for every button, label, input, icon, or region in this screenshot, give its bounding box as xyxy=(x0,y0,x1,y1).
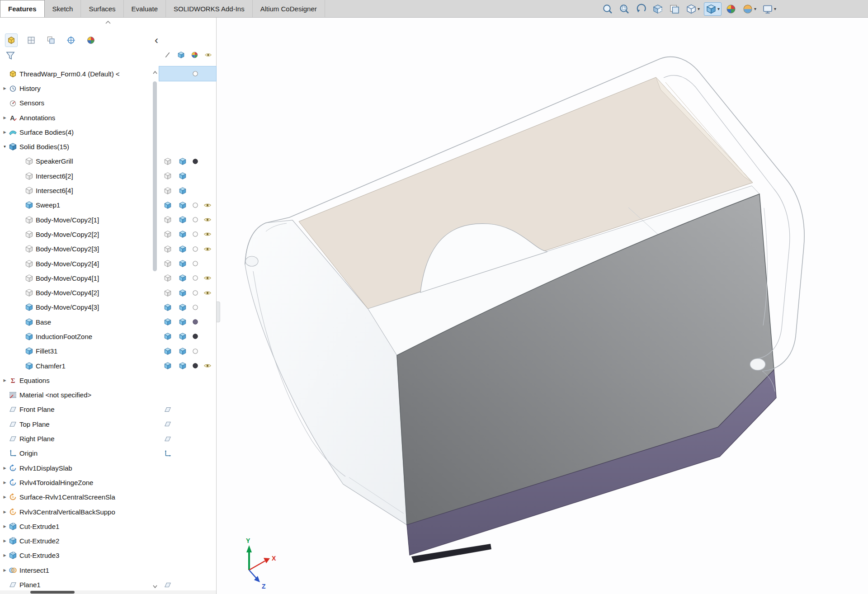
scroll-down-icon[interactable] xyxy=(152,584,158,589)
tree-item-body-move-copy4-1[interactable]: Body-Move/Copy4[1] xyxy=(0,271,151,285)
cube-blue-icon[interactable] xyxy=(164,332,172,340)
expand-arrow-icon[interactable]: ▶ xyxy=(1,553,9,557)
tree-item-body-move-copy2-4[interactable]: Body-Move/Copy2[4] xyxy=(0,256,151,271)
cube-blue-icon[interactable] xyxy=(179,259,187,268)
tree-item-rvlv1displayslab[interactable]: ▶Rvlv1DisplaySlab xyxy=(0,461,151,475)
panel-horizontal-scrollbar[interactable] xyxy=(0,590,216,594)
tree-item-body-move-copy2-2[interactable]: Body-Move/Copy2[2] xyxy=(0,227,151,241)
tree-item-sweep1[interactable]: Sweep1 xyxy=(0,198,151,212)
cube-blue-icon[interactable] xyxy=(164,318,172,326)
tree-item-body-move-copy4-3[interactable]: Body-Move/Copy4[3] xyxy=(0,300,151,315)
dot-white-icon[interactable] xyxy=(191,245,199,253)
tree-item-intersect1[interactable]: ▶Intersect1 xyxy=(0,563,151,577)
cube-blue-icon[interactable] xyxy=(164,201,172,209)
cube-blue-icon[interactable] xyxy=(179,362,187,370)
dropdown-caret-icon[interactable]: ▾ xyxy=(774,7,776,11)
cube-blue-icon[interactable] xyxy=(179,347,187,355)
dot-white-icon[interactable] xyxy=(191,347,199,355)
tree-item-history[interactable]: ▶History xyxy=(0,81,151,95)
dot-dark-icon[interactable] xyxy=(191,157,199,165)
dot-dark-icon[interactable] xyxy=(191,332,199,340)
view-settings-button[interactable]: ▾ xyxy=(761,3,778,15)
dot-white-icon[interactable] xyxy=(191,289,199,297)
apply-scene-button[interactable]: ▾ xyxy=(741,3,758,15)
cube-blue-icon[interactable] xyxy=(179,274,187,282)
expand-arrow-icon[interactable]: ▼ xyxy=(1,145,9,149)
cube-outline-icon[interactable] xyxy=(164,230,172,238)
tree-item-annotations[interactable]: ▶Annotations xyxy=(0,110,151,125)
ribbon-tab-surfaces[interactable]: Surfaces xyxy=(81,0,123,17)
eye-icon[interactable] xyxy=(203,230,212,238)
panel-edge-splitter[interactable] xyxy=(217,302,220,322)
tree-item-surface-rvlv1centralscreensla[interactable]: ▶Surface-Rvlv1CentralScreenSla xyxy=(0,490,151,504)
plane-icon[interactable] xyxy=(164,581,172,589)
tree-item-right-plane[interactable]: Right Plane xyxy=(0,431,151,446)
tree-item-cut-extrude2[interactable]: ▶Cut-Extrude2 xyxy=(0,534,151,548)
eye-icon[interactable] xyxy=(203,201,212,209)
dimxpertmanager-tab[interactable] xyxy=(65,34,77,47)
configurationmanager-tab[interactable] xyxy=(45,34,57,47)
cube-blue-icon[interactable] xyxy=(179,245,187,253)
tree-item-cut-extrude3[interactable]: ▶Cut-Extrude3 xyxy=(0,548,151,563)
cube-outline-icon[interactable] xyxy=(164,157,172,165)
eye-icon[interactable] xyxy=(203,289,212,297)
panel-splitter-icon[interactable] xyxy=(104,20,112,25)
cube-blue-icon[interactable] xyxy=(179,157,187,165)
eye-icon[interactable] xyxy=(203,216,212,224)
horizontal-scrollbar-thumb[interactable] xyxy=(30,591,75,594)
dropdown-caret-icon[interactable]: ▾ xyxy=(754,7,756,11)
dot-white-icon[interactable] xyxy=(191,274,199,282)
plane-icon[interactable] xyxy=(164,405,172,414)
ribbon-tab-altium-codesigner[interactable]: Altium CoDesigner xyxy=(253,0,325,17)
cube-outline-icon[interactable] xyxy=(164,274,172,282)
ribbon-tab-evaluate[interactable]: Evaluate xyxy=(124,0,166,17)
tree-item-material-not-specified[interactable]: Material <not specified> xyxy=(0,388,151,402)
tree-item-inductionfootzone[interactable]: InductionFootZone xyxy=(0,329,151,344)
zoom-to-area-button[interactable] xyxy=(618,3,631,15)
dropdown-caret-icon[interactable]: ▾ xyxy=(698,7,700,11)
cube-outline-icon[interactable] xyxy=(164,172,172,180)
dot-white-icon[interactable] xyxy=(191,303,199,311)
tree-item-fillet31[interactable]: Fillet31 xyxy=(0,344,151,358)
plane-icon[interactable] xyxy=(164,420,172,428)
dot-white-icon[interactable] xyxy=(191,230,199,238)
ribbon-tab-solidworks-add-ins[interactable]: SOLIDWORKS Add-Ins xyxy=(166,0,253,17)
plane-icon[interactable] xyxy=(164,435,172,443)
tree-item-front-plane[interactable]: Front Plane xyxy=(0,402,151,417)
expand-arrow-icon[interactable]: ▶ xyxy=(1,116,9,120)
dynamic-annotation-views-button[interactable] xyxy=(668,3,681,15)
dot-purple-icon[interactable] xyxy=(191,318,199,326)
scrollbar-thumb[interactable] xyxy=(153,81,157,271)
panel-collapse-button[interactable]: ‹ xyxy=(150,34,163,47)
tree-item-rvlv3centralverticalbacksuppo[interactable]: ▶Rvlv3CentralVerticalBackSuppo xyxy=(0,504,151,519)
featuremanager-design-tree-tab[interactable] xyxy=(5,34,17,47)
propertymanager-tab[interactable] xyxy=(25,34,37,47)
cube-blue-icon[interactable] xyxy=(164,347,172,355)
expand-arrow-icon[interactable]: ▶ xyxy=(1,130,9,134)
expand-arrow-icon[interactable]: ▶ xyxy=(1,466,9,470)
tree-item-cut-extrude1[interactable]: ▶Cut-Extrude1 xyxy=(0,519,151,533)
cube-blue-icon[interactable] xyxy=(179,303,187,311)
tree-item-threadwarp-form0-4-default[interactable]: ThreadWarp_Form0.4 (Default) < xyxy=(0,66,151,81)
cube-blue-icon[interactable] xyxy=(179,230,187,238)
cube-outline-icon[interactable] xyxy=(164,216,172,224)
ribbon-tab-sketch[interactable]: Sketch xyxy=(45,0,81,17)
cube-blue-icon[interactable] xyxy=(179,289,187,297)
display-style-button[interactable]: ▾ xyxy=(704,3,721,15)
expand-arrow-icon[interactable]: ▶ xyxy=(1,568,9,572)
dot-white-icon[interactable] xyxy=(191,216,199,224)
tree-item-surface-bodies-4[interactable]: ▶Surface Bodies(4) xyxy=(0,125,151,139)
graphics-viewport[interactable]: Y X Z xyxy=(217,18,868,594)
cube-blue-icon[interactable] xyxy=(179,172,187,180)
origin-icon[interactable] xyxy=(164,449,172,457)
tree-item-chamfer1[interactable]: Chamfer1 xyxy=(0,358,151,373)
edit-appearance-button[interactable] xyxy=(724,3,738,15)
dot-dark-icon[interactable] xyxy=(191,362,199,370)
tree-scrollbar[interactable] xyxy=(151,66,159,591)
eye-icon[interactable] xyxy=(203,245,212,253)
zoom-to-fit-button[interactable] xyxy=(601,3,614,15)
model-3d-view[interactable]: Y X Z xyxy=(217,18,868,594)
expand-arrow-icon[interactable]: ▶ xyxy=(1,510,9,514)
tree-item-top-plane[interactable]: Top Plane xyxy=(0,417,151,431)
expand-arrow-icon[interactable]: ▶ xyxy=(1,524,9,528)
